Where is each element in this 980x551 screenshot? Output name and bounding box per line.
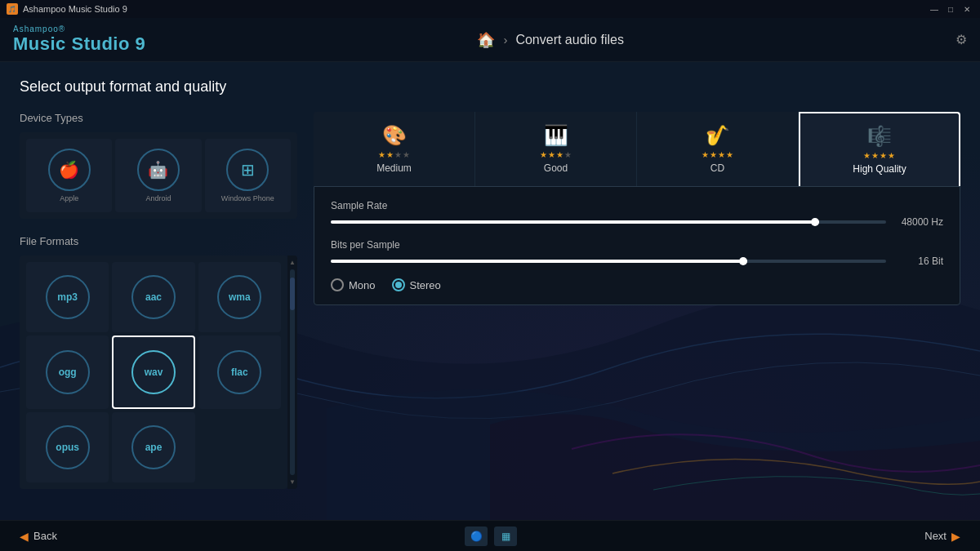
- file-formats-grid: mp3 aac wma ogg wav: [20, 256, 287, 489]
- format-circle-wav: wav: [131, 350, 176, 394]
- android-device-label: Android: [145, 194, 171, 202]
- sample-rate-slider-container: 48000 Hz: [331, 216, 943, 228]
- title-bar: 🎵 Ashampoo Music Studio 9 — □ ✕: [0, 0, 980, 18]
- good-quality-label: Good: [544, 162, 568, 174]
- sample-rate-track[interactable]: [331, 220, 886, 224]
- app-header: Ashampoo® Music Studio 9 🏠 › Convert aud…: [0, 18, 980, 62]
- quality-tabs: 🎨 ★★★★ Medium 🎹 ★★★★ Good 🎷 ★★: [314, 112, 960, 186]
- bottom-bar: ◀ Back 🔵 ▦ Next ▶: [0, 520, 980, 551]
- format-circle-ape: ape: [131, 425, 176, 469]
- sample-rate-row: Sample Rate 48000 Hz: [331, 200, 943, 228]
- scroll-up-button[interactable]: ▲: [287, 257, 297, 268]
- quality-tab-cd[interactable]: 🎷 ★★★★ CD: [637, 112, 799, 186]
- mono-radio-option[interactable]: Mono: [331, 278, 376, 291]
- breadcrumb-separator: ›: [503, 33, 507, 47]
- high-quality-stars: ★★★★: [863, 151, 896, 160]
- medium-quality-label: Medium: [376, 162, 412, 174]
- brand-name: Ashampoo®: [13, 24, 145, 33]
- mono-radio-label: Mono: [349, 279, 376, 291]
- format-item-flac[interactable]: flac: [198, 335, 281, 409]
- channel-selection: Mono Stereo: [331, 278, 943, 291]
- window-controls: — □ ✕: [928, 3, 973, 15]
- medium-quality-stars: ★★★★: [378, 150, 411, 159]
- format-circle-wma: wma: [217, 275, 261, 319]
- device-types-grid: 🍎 Apple 🤖 Android ⊞ Windows Phone: [20, 132, 297, 219]
- bits-per-sample-row: Bits per Sample 16 Bit: [331, 239, 943, 267]
- bits-per-sample-label: Bits per Sample: [331, 239, 943, 251]
- scroll-down-button[interactable]: ▼: [287, 477, 297, 487]
- next-button[interactable]: Next ▶: [918, 527, 967, 546]
- windows-phone-device-label: Windows Phone: [221, 194, 274, 202]
- main-content: Select output format and quality Device …: [0, 62, 980, 505]
- good-quality-stars: ★★★★: [540, 150, 572, 159]
- content-row: Device Types 🍎 Apple 🤖 Android ⊞ Windows…: [20, 112, 960, 489]
- sample-rate-label: Sample Rate: [331, 200, 943, 211]
- bottom-icon-2[interactable]: ▦: [494, 527, 517, 546]
- app-icon: 🎵: [7, 3, 18, 15]
- file-formats-label: File Formats: [20, 235, 297, 247]
- format-item-wma[interactable]: wma: [198, 262, 281, 332]
- back-button[interactable]: ◀ Back: [13, 527, 64, 546]
- left-panel: Device Types 🍎 Apple 🤖 Android ⊞ Windows…: [20, 112, 297, 489]
- device-types-label: Device Types: [20, 112, 297, 124]
- bits-per-sample-thumb[interactable]: [739, 257, 747, 265]
- bits-per-sample-slider-container: 16 Bit: [331, 256, 943, 267]
- close-button[interactable]: ✕: [960, 3, 973, 15]
- minimize-button[interactable]: —: [928, 3, 941, 15]
- format-item-ape[interactable]: ape: [112, 412, 194, 482]
- bits-per-sample-track[interactable]: [331, 260, 886, 263]
- stereo-radio-button[interactable]: [392, 278, 405, 291]
- breadcrumb-current: Convert audio files: [515, 33, 624, 47]
- format-item-mp3[interactable]: mp3: [26, 262, 109, 332]
- back-icon: ◀: [20, 530, 29, 543]
- quality-settings-panel: Sample Rate 48000 Hz Bits per Sample: [314, 186, 960, 305]
- format-circle-mp3: mp3: [46, 275, 90, 319]
- formats-scrollbar[interactable]: ▲ ▼: [287, 256, 297, 489]
- format-item-wav[interactable]: wav: [112, 335, 194, 409]
- sample-rate-thumb[interactable]: [811, 218, 819, 226]
- formats-scroll: mp3 aac wma ogg wav: [20, 256, 287, 489]
- maximize-button[interactable]: □: [944, 3, 957, 15]
- sample-rate-value: 48000 Hz: [894, 216, 943, 228]
- sample-rate-fill: [331, 220, 819, 224]
- breadcrumb-nav: 🏠 › Convert audio files: [477, 31, 624, 49]
- back-label: Back: [33, 530, 57, 542]
- scrollbar-track: [290, 269, 295, 475]
- device-item-android[interactable]: 🤖 Android: [115, 139, 201, 212]
- stereo-radio-option[interactable]: Stereo: [392, 278, 441, 291]
- cd-quality-icon: 🎷: [706, 124, 730, 147]
- app-title: Music Studio 9: [13, 33, 145, 55]
- format-item-opus[interactable]: opus: [26, 412, 109, 482]
- device-item-windows-phone[interactable]: ⊞ Windows Phone: [205, 139, 291, 212]
- file-formats-wrapper: mp3 aac wma ogg wav: [20, 256, 297, 489]
- bottom-icon-1[interactable]: 🔵: [465, 527, 488, 546]
- title-bar-text: Ashampoo Music Studio 9: [23, 4, 127, 14]
- device-item-apple[interactable]: 🍎 Apple: [26, 139, 112, 212]
- high-quality-icon: 🎼: [867, 125, 892, 148]
- right-panel: 🎨 ★★★★ Medium 🎹 ★★★★ Good 🎷 ★★: [314, 112, 960, 489]
- next-label: Next: [924, 530, 947, 542]
- medium-quality-icon: 🎨: [382, 124, 407, 147]
- quality-tab-good[interactable]: 🎹 ★★★★ Good: [475, 112, 637, 186]
- bottom-center-controls: 🔵 ▦: [465, 527, 517, 546]
- format-item-ogg[interactable]: ogg: [26, 335, 109, 409]
- apple-device-label: Apple: [60, 194, 78, 202]
- home-icon[interactable]: 🏠: [477, 31, 495, 49]
- good-quality-icon: 🎹: [544, 124, 568, 147]
- format-item-aac[interactable]: aac: [112, 262, 194, 332]
- app-logo: Ashampoo® Music Studio 9: [13, 24, 145, 55]
- windows-phone-device-icon: ⊞: [226, 149, 269, 191]
- quality-tab-high[interactable]: 🎼 ★★★★ High Quality: [799, 112, 960, 186]
- settings-icon[interactable]: ⚙: [956, 32, 967, 47]
- bits-per-sample-fill: [331, 260, 747, 263]
- format-circle-opus: opus: [46, 425, 90, 469]
- stereo-radio-label: Stereo: [410, 279, 441, 291]
- stereo-radio-fill: [395, 282, 402, 288]
- next-icon: ▶: [951, 530, 960, 543]
- cd-quality-stars: ★★★★: [702, 150, 734, 159]
- apple-device-icon: 🍎: [48, 149, 91, 191]
- mono-radio-button[interactable]: [331, 278, 344, 291]
- quality-tab-medium[interactable]: 🎨 ★★★★ Medium: [314, 112, 475, 186]
- scrollbar-thumb[interactable]: [290, 278, 295, 310]
- format-circle-aac: aac: [131, 275, 176, 319]
